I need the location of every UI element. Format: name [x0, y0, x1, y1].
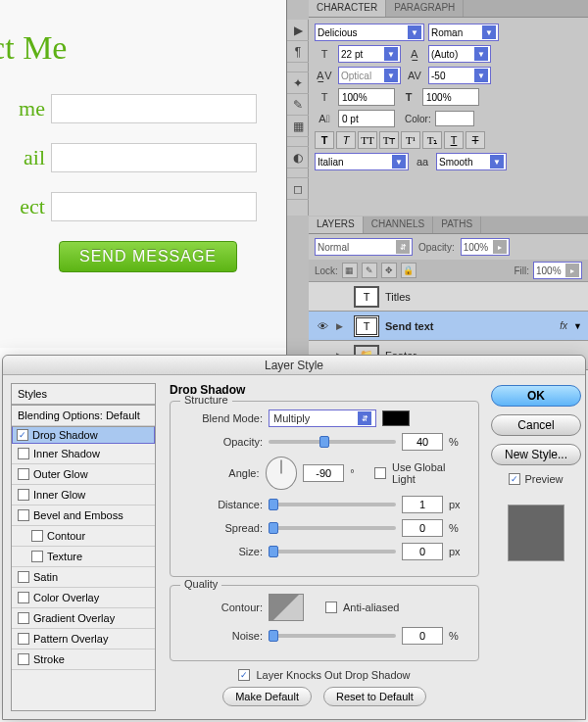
dock-icon-6[interactable]: ◐ — [287, 147, 309, 168]
checkbox-icon[interactable] — [31, 551, 43, 562]
checkbox-icon[interactable] — [18, 489, 29, 501]
name-input[interactable] — [51, 94, 257, 123]
lock-pixels-icon[interactable]: ✎ — [362, 263, 377, 278]
spread-slider[interactable] — [269, 526, 396, 530]
italic-button[interactable]: T — [336, 131, 356, 149]
checkbox-icon[interactable] — [18, 633, 29, 645]
size-input[interactable] — [402, 543, 443, 560]
knockout-checkbox[interactable]: ✓ — [238, 669, 250, 681]
layer-fill-input[interactable]: 100%▸ — [533, 262, 582, 279]
visibility-icon[interactable]: 👁 — [309, 320, 336, 332]
layer-row-titles[interactable]: T Titles — [309, 282, 588, 312]
angle-dial[interactable] — [266, 457, 298, 490]
spread-input[interactable] — [402, 519, 443, 537]
tracking-select[interactable]: -50▼ — [428, 67, 491, 84]
dock-icon-3[interactable]: ✦ — [287, 72, 309, 94]
ok-button[interactable]: OK — [491, 385, 581, 407]
style-outer-glow[interactable]: Outer Glow — [12, 464, 155, 485]
kerning-select[interactable]: Optical▼ — [338, 67, 401, 84]
baseline-input[interactable] — [338, 110, 395, 127]
fx-expand-icon[interactable]: ▼ — [573, 321, 582, 331]
opacity-input[interactable] — [402, 433, 443, 451]
size-slider[interactable] — [269, 550, 396, 554]
underline-button[interactable]: T — [444, 131, 464, 149]
subscript-button[interactable]: T₁ — [422, 131, 442, 149]
style-inner-shadow[interactable]: Inner Shadow — [12, 444, 155, 464]
angle-input[interactable] — [303, 464, 344, 482]
blend-mode-select[interactable]: Normal⇵ — [315, 238, 413, 256]
vscale-input[interactable] — [338, 88, 395, 106]
checkbox-checked-icon[interactable]: ✓ — [17, 429, 28, 441]
style-drop-shadow[interactable]: ✓Drop Shadow — [12, 426, 155, 444]
expand-icon[interactable]: ▶ — [336, 321, 348, 331]
style-pattern-overlay[interactable]: Pattern Overlay — [12, 629, 155, 650]
distance-slider[interactable] — [269, 503, 396, 506]
style-gradient-overlay[interactable]: Gradient Overlay — [12, 608, 155, 629]
subject-input[interactable] — [51, 192, 257, 221]
layer-opacity-input[interactable]: 100%▸ — [461, 238, 510, 256]
layer-row-send-text[interactable]: 👁 ▶ T Send text fx ▼ — [309, 312, 588, 341]
global-light-checkbox[interactable] — [374, 467, 386, 479]
opacity-slider[interactable] — [269, 440, 396, 444]
noise-slider[interactable] — [269, 634, 396, 638]
tab-layers[interactable]: LAYERS — [309, 217, 364, 233]
strike-button[interactable]: T — [466, 131, 485, 149]
blend-mode-select[interactable]: Multiply⇵ — [269, 409, 376, 427]
shadow-color-swatch[interactable] — [382, 410, 410, 426]
lock-all-icon[interactable]: 🔒 — [401, 263, 416, 278]
dock-icon-7[interactable]: ◻ — [287, 178, 309, 200]
checkbox-icon[interactable] — [31, 530, 43, 542]
make-default-button[interactable]: Make Default — [222, 687, 312, 706]
tab-paths[interactable]: PATHS — [433, 217, 481, 233]
style-bevel-emboss[interactable]: Bevel and Emboss — [12, 505, 155, 526]
cancel-button[interactable]: Cancel — [491, 414, 581, 436]
allcaps-button[interactable]: TT — [358, 131, 377, 149]
leading-select[interactable]: (Auto)▼ — [428, 45, 491, 63]
font-family-select[interactable]: Delicious▼ — [315, 24, 424, 41]
dock-icon-5[interactable]: ▦ — [287, 116, 309, 137]
dock-icon-4[interactable]: ✎ — [287, 94, 309, 116]
checkbox-icon[interactable] — [18, 653, 29, 665]
checkbox-icon[interactable] — [18, 448, 29, 459]
bold-button[interactable]: T — [315, 131, 334, 149]
style-blending-options[interactable]: Blending Options: Default — [12, 405, 155, 426]
style-stroke[interactable]: Stroke — [12, 650, 155, 670]
font-style-select[interactable]: Roman▼ — [428, 24, 499, 41]
email-input[interactable] — [51, 143, 257, 172]
smallcaps-button[interactable]: Tᴛ — [379, 131, 399, 149]
reset-default-button[interactable]: Reset to Default — [323, 687, 426, 706]
style-contour[interactable]: Contour — [12, 526, 155, 547]
new-style-button[interactable]: New Style... — [491, 444, 581, 465]
text-color-swatch[interactable] — [435, 111, 474, 126]
checkbox-icon[interactable] — [18, 571, 29, 583]
dock-icon-2[interactable]: ¶ — [287, 41, 309, 63]
lock-position-icon[interactable]: ✥ — [381, 263, 397, 278]
hscale-input[interactable] — [422, 88, 479, 106]
preview-checkbox[interactable]: ✓ — [509, 473, 520, 485]
style-satin[interactable]: Satin — [12, 567, 155, 588]
tab-character[interactable]: CHARACTER — [309, 0, 386, 17]
style-texture[interactable]: Texture — [12, 547, 155, 567]
checkbox-icon[interactable] — [18, 612, 29, 624]
checkbox-icon[interactable] — [18, 592, 29, 603]
fill-label: Fill: — [514, 265, 529, 276]
style-inner-glow[interactable]: Inner Glow — [12, 485, 155, 505]
send-message-button[interactable]: SEND MESSAGE — [59, 241, 237, 272]
style-color-overlay[interactable]: Color Overlay — [12, 588, 155, 608]
distance-input[interactable] — [402, 496, 443, 513]
font-size-select[interactable]: 22 pt▼ — [338, 45, 401, 63]
checkbox-icon[interactable] — [18, 509, 29, 521]
fx-badge[interactable]: fx — [560, 320, 567, 331]
superscript-button[interactable]: T¹ — [401, 131, 420, 149]
tab-paragraph[interactable]: PARAGRAPH — [386, 0, 464, 17]
noise-input[interactable] — [402, 627, 443, 645]
dock-icon-1[interactable]: ▶ — [287, 20, 309, 41]
language-select[interactable]: Italian▼ — [315, 153, 409, 170]
lock-transparency-icon[interactable]: ▦ — [342, 263, 358, 278]
antialiased-checkbox[interactable] — [325, 602, 337, 613]
contour-picker[interactable] — [269, 594, 304, 621]
form-row-subject: ect — [0, 192, 286, 221]
antialias-select[interactable]: Smooth▼ — [436, 153, 507, 170]
checkbox-icon[interactable] — [18, 468, 29, 480]
tab-channels[interactable]: CHANNELS — [364, 217, 433, 233]
